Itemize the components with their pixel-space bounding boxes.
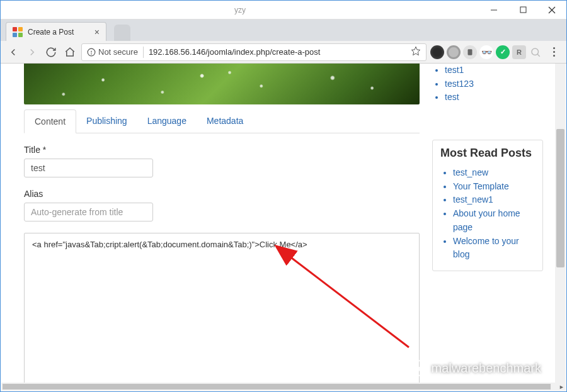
editor-content-text: <a href="javas&Tab;cript:alert(&Tab;docu… <box>32 240 411 249</box>
window-maximize-button[interactable] <box>508 1 537 20</box>
svg-rect-5 <box>18 27 23 31</box>
svg-rect-4 <box>13 27 17 31</box>
tab-publishing[interactable]: Publishing <box>76 109 137 133</box>
scrollbar-thumb[interactable] <box>556 129 564 267</box>
main-column: Content Publishing Language Metadata Tit… <box>24 64 420 383</box>
extension-icon[interactable] <box>463 45 477 59</box>
back-button[interactable] <box>6 45 21 60</box>
sidebar-link[interactable]: test_new1 <box>453 193 535 207</box>
svg-line-14 <box>537 54 540 57</box>
extension-icon[interactable]: R <box>512 45 526 59</box>
extension-icon[interactable] <box>430 45 444 59</box>
extension-icon[interactable] <box>529 45 542 59</box>
title-input[interactable] <box>24 159 153 177</box>
close-icon[interactable]: × <box>94 27 100 37</box>
svg-rect-7 <box>18 33 23 37</box>
window-titlebar: yzy <box>1 1 566 20</box>
url-text: 192.168.56.146/joomla/index.php/create-a… <box>149 47 406 57</box>
security-indicator[interactable]: Not secure <box>87 47 138 57</box>
annotation-arrow-icon <box>264 244 415 357</box>
svg-line-16 <box>289 256 409 347</box>
svg-point-10 <box>91 53 92 54</box>
browser-tab-strip: Create a Post × <box>1 20 566 41</box>
joomla-favicon-icon <box>13 27 23 37</box>
window-minimize-button[interactable] <box>479 1 508 20</box>
extensions-area: 👓 ✓ R <box>430 45 542 59</box>
form-tabs: Content Publishing Language Metadata <box>24 109 420 133</box>
title-label: Title * <box>24 145 420 155</box>
not-secure-label: Not secure <box>98 47 138 57</box>
window-username: yzy <box>234 6 246 14</box>
extension-icon[interactable] <box>447 45 461 59</box>
svg-point-13 <box>532 48 539 55</box>
editor-textarea[interactable]: <a href="javas&Tab;cript:alert(&Tab;docu… <box>24 233 420 383</box>
svg-rect-6 <box>13 33 17 37</box>
reload-button[interactable] <box>43 45 59 60</box>
separator <box>143 47 144 58</box>
browser-vertical-scrollbar[interactable] <box>555 64 566 383</box>
alias-label: Alias <box>24 189 420 199</box>
window-close-button[interactable] <box>537 1 566 20</box>
svg-marker-11 <box>411 47 420 55</box>
browser-tab-title: Create a Post <box>28 28 74 36</box>
scrollbar-thumb[interactable] <box>3 384 551 389</box>
address-bar[interactable]: Not secure 192.168.56.146/joomla/index.p… <box>81 43 427 61</box>
most-read-posts-card: Most Read Posts test_new Your Template t… <box>432 140 543 271</box>
browser-toolbar: Not secure 192.168.56.146/joomla/index.p… <box>1 41 566 64</box>
svg-rect-1 <box>520 7 526 13</box>
bookmark-star-icon[interactable] <box>411 46 421 58</box>
browser-tab[interactable]: Create a Post × <box>6 22 106 41</box>
extension-icon[interactable]: 👓 <box>479 45 493 59</box>
alias-input[interactable] <box>24 203 153 221</box>
sidebar-link[interactable]: test1 <box>445 64 543 77</box>
home-button[interactable] <box>62 45 77 60</box>
extension-icon[interactable]: ✓ <box>496 45 510 59</box>
hero-image <box>24 64 420 104</box>
tab-content[interactable]: Content <box>24 109 76 133</box>
chrome-menu-button[interactable] <box>546 47 561 57</box>
sidebar-column: test1 test123 test Most Read Posts test_… <box>432 64 543 383</box>
sidebar-link[interactable]: Welcome to your blog <box>453 235 535 262</box>
sidebar-link[interactable]: About your home page <box>453 207 535 234</box>
card-title: Most Read Posts <box>440 147 535 160</box>
tab-language[interactable]: Language <box>137 109 197 133</box>
new-tab-button[interactable] <box>114 25 130 41</box>
forward-button[interactable] <box>25 45 40 60</box>
sidebar-top-links: test1 test123 test <box>432 64 543 104</box>
scroll-right-arrow-icon[interactable]: ► <box>558 383 566 391</box>
svg-rect-12 <box>468 49 472 55</box>
sidebar-link[interactable]: test <box>445 91 543 104</box>
tab-metadata[interactable]: Metadata <box>197 109 253 133</box>
sidebar-link[interactable]: Your Template <box>453 180 535 194</box>
outer-horizontal-scrollbar[interactable]: ◄ ► <box>1 383 566 391</box>
sidebar-link[interactable]: test_new <box>453 166 535 180</box>
sidebar-link[interactable]: test123 <box>445 77 543 91</box>
page-viewport: Content Publishing Language Metadata Tit… <box>1 64 566 383</box>
